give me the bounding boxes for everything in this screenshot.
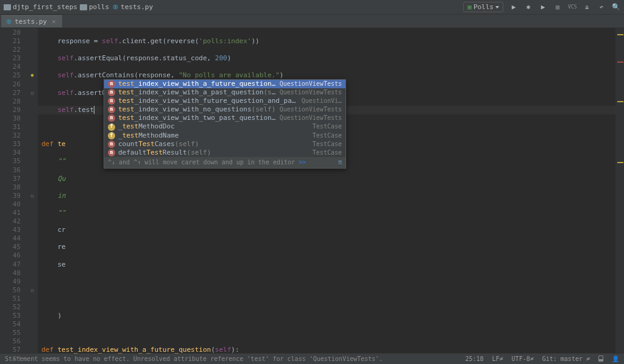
completion-item[interactable]: f_testMethodNameTestCase [104, 131, 346, 140]
completion-hint-link[interactable]: >> [299, 159, 306, 166]
run-target-icon: ▣ [467, 3, 472, 11]
line-gutter[interactable]: 2021222324252627282930313233343536373839… [0, 28, 27, 353]
completion-item[interactable]: mtest_index_view_with_no_questions(self)… [104, 105, 346, 114]
run-button[interactable]: ▶ [509, 3, 518, 11]
revert-icon[interactable]: ↶ [597, 3, 606, 11]
field-icon: f [108, 132, 115, 139]
method-icon: m [108, 97, 115, 105]
completion-item[interactable]: mdefaultTestResult(self)TestCase [104, 149, 346, 157]
update-project-icon[interactable]: ⇊ [583, 3, 591, 11]
method-icon: m [108, 141, 115, 148]
breadcrumb-file[interactable]: ⦿tests.py [112, 3, 153, 11]
breadcrumb-folder[interactable]: polls [80, 3, 109, 11]
editor-tabs: ⦿ tests.py × [0, 15, 624, 28]
toolbar-right: ▣ Polls ▶ ✱ ▶ ■ VCS ⇊ ↶ 🔍 [463, 2, 620, 12]
completion-item[interactable]: mcountTestCases(self)TestCase [104, 140, 346, 149]
breadcrumb-project[interactable]: djtp_first_steps [4, 3, 77, 11]
code-editor[interactable]: response = self.client.get(reverse('poll… [38, 28, 615, 353]
field-icon: f [108, 124, 115, 131]
run-coverage-button[interactable]: ▶ [539, 3, 547, 11]
method-icon: m [108, 114, 115, 122]
completion-item[interactable]: mtest_index_view_with_a_past_question(se… [104, 88, 346, 97]
completion-item[interactable]: mtest_index_view_with_two_past_questions… [104, 114, 346, 122]
method-icon: m [108, 89, 115, 96]
gutter-marks: ●⊟⊟⊟⊟ [27, 28, 38, 353]
code-completion-popup[interactable]: mtest_index_view_with_a_future_question(… [104, 79, 346, 169]
run-config-selector[interactable]: ▣ Polls [463, 2, 503, 12]
completion-item[interactable]: f_testMethodDocTestCase [104, 122, 346, 131]
vcs-icon[interactable]: VCS [568, 4, 576, 10]
tab-tests-py[interactable]: ⦿ tests.py × [1, 15, 62, 27]
debug-button[interactable]: ✱ [524, 3, 533, 11]
chevron-down-icon [495, 6, 499, 9]
completion-item[interactable]: mtest_index_view_with_a_future_question(… [104, 80, 346, 88]
completion-hint: ^↓ and ^↑ will move caret down and up in… [104, 157, 346, 168]
python-file-icon: ⦿ [112, 4, 119, 11]
stop-button[interactable]: ■ [553, 3, 562, 11]
method-icon: m [108, 80, 115, 88]
error-stripe[interactable] [615, 28, 624, 353]
folder-icon [80, 4, 87, 10]
top-toolbar: djtp_first_steps polls ⦿tests.py ▣ Polls… [0, 0, 624, 15]
python-file-icon: ⦿ [5, 18, 12, 26]
method-icon: m [108, 106, 115, 113]
editor-area: 2021222324252627282930313233343536373839… [0, 28, 624, 353]
folder-icon [4, 4, 11, 10]
breadcrumb: djtp_first_steps polls ⦿tests.py [4, 3, 463, 11]
method-icon: m [108, 149, 115, 156]
close-icon[interactable]: × [52, 18, 56, 26]
search-everywhere-icon[interactable]: 🔍 [612, 3, 620, 11]
completion-item[interactable]: mtest_index_view_with_future_question_an… [104, 97, 346, 105]
